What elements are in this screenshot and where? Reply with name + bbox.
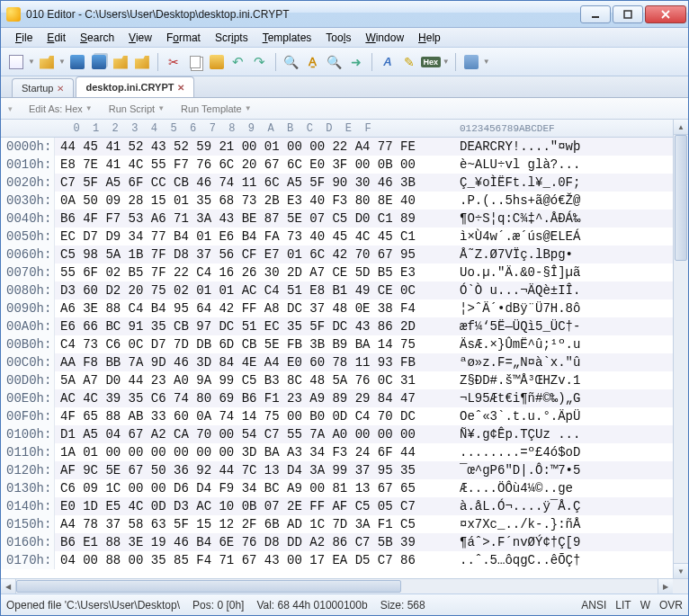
hex-ascii[interactable]: ¯œ^gP6"D|.Ô:™7•5 [456, 461, 673, 479]
scroll-left-arrow-icon[interactable]: ◀ [1, 579, 16, 594]
hex-row[interactable]: 0040h:B6 4F F7 53 A6 71 3A 43 BE 87 5E 0… [1, 210, 673, 228]
font-button[interactable]: A [378, 52, 398, 72]
hex-row[interactable]: 0170h:04 00 88 00 35 85 F4 71 67 43 00 1… [1, 551, 673, 569]
menu-format[interactable]: Format [159, 30, 208, 46]
hex-ascii[interactable]: à.åL.Ó¬....ÿ¯Å.Ç [456, 497, 673, 515]
hex-row[interactable]: 0120h:AF 9C 5E 67 50 36 92 44 7C 13 D4 3… [1, 461, 673, 479]
status-write[interactable]: W [640, 599, 650, 612]
paste-button[interactable] [207, 52, 227, 72]
hex-bytes[interactable]: AF 9C 5E 67 50 36 92 44 7C 13 D4 3A 99 3… [55, 461, 456, 479]
new-file-button[interactable] [6, 52, 26, 72]
copy-button[interactable] [185, 52, 205, 72]
hex-bytes[interactable]: E8 7E 41 4C 55 F7 76 6C 20 67 6C E0 3F 0… [55, 156, 456, 174]
hex-bytes[interactable]: A6 3E 88 C4 B4 95 64 42 FF A8 DC 37 48 0… [55, 299, 456, 317]
hex-ascii[interactable]: ..ˆ.5…ôqgC..êÕÇ† [456, 551, 673, 569]
hex-row[interactable]: 0050h:EC D7 D9 34 77 B4 01 E6 B4 FA 73 4… [1, 228, 673, 246]
hex-row[interactable]: 0130h:C6 09 1C 00 00 D6 D4 F9 34 BC A9 0… [1, 479, 673, 497]
hex-row[interactable]: 0160h:B6 E1 88 3E 19 46 B4 6E 76 D8 DD A… [1, 533, 673, 551]
menu-scripts[interactable]: Scripts [208, 30, 255, 46]
hex-bytes[interactable]: C7 5F A5 6F CC CB 46 74 11 6C A5 5F 90 3… [55, 174, 456, 192]
scroll-track[interactable] [674, 135, 688, 563]
hex-bytes[interactable]: D3 60 D2 20 75 02 01 01 AC C4 51 E8 B1 4… [55, 281, 456, 299]
hex-row[interactable]: 00B0h:C4 73 C6 0C D7 7D DB 6D CB 5E FB 3… [1, 335, 673, 353]
hex-row[interactable]: 0100h:D1 A5 04 67 A2 CA 70 00 54 C7 55 7… [1, 425, 673, 443]
hex-ascii[interactable]: ÄsÆ.×}ÛmË^û;¹º.u [456, 335, 673, 353]
hex-ascii[interactable]: ¬L95Æt€i¶ñ#©‰)„G [456, 389, 673, 407]
hex-bytes[interactable]: C6 09 1C 00 00 D6 D4 F9 34 BC A9 00 81 1… [55, 479, 456, 497]
hex-row[interactable]: 0020h:C7 5F A5 6F CC CB 46 74 11 6C A5 5… [1, 174, 673, 192]
hex-bytes[interactable]: C4 73 C6 0C D7 7D DB 6D CB 5E FB 3B B9 B… [55, 335, 456, 353]
edit-as-dropdown[interactable]: Edit As: Hex ▼ [29, 103, 93, 114]
maximize-button[interactable] [613, 5, 643, 23]
hex-row[interactable]: 0140h:E0 1D E5 4C 0D D3 AC 10 0B 07 2E F… [1, 497, 673, 515]
menu-help[interactable]: Help [411, 30, 448, 46]
hex-bytes[interactable]: 5A A7 D0 44 23 A0 9A 99 C5 B3 8C 48 5A 7… [55, 371, 456, 389]
menu-search[interactable]: Search [73, 30, 121, 46]
minimize-button[interactable] [580, 5, 611, 23]
calculator-button[interactable] [461, 52, 481, 72]
open-folder-button[interactable] [111, 52, 130, 72]
scroll-up-arrow-icon[interactable]: ▲ [674, 120, 688, 135]
hex-row[interactable]: 0080h:D3 60 D2 20 75 02 01 01 AC C4 51 E… [1, 281, 673, 299]
hex-row[interactable]: 00D0h:5A A7 D0 44 23 A0 9A 99 C5 B3 8C 4… [1, 371, 673, 389]
status-encoding[interactable]: ANSI [581, 599, 606, 612]
hex-ascii[interactable]: è~ALU÷vl glà?... [456, 156, 673, 174]
undo-button[interactable]: ↶ [228, 52, 248, 72]
run-script-dropdown[interactable]: Run Script ▼ [109, 103, 165, 114]
hex-row[interactable]: 0000h:44 45 41 52 43 52 59 21 00 01 00 0… [1, 138, 673, 156]
scroll-down-arrow-icon[interactable]: ▼ [674, 563, 688, 578]
hex-ascii[interactable]: ¶áˆ>.F´nvØÝ¢†Ç[9 [456, 533, 673, 551]
hex-mode-button[interactable]: Hex [421, 52, 441, 72]
scroll-thumb[interactable] [675, 135, 687, 261]
scroll-thumb[interactable] [16, 580, 401, 593]
menu-view[interactable]: View [121, 30, 159, 46]
open-recent-button[interactable] [132, 52, 152, 72]
hex-row[interactable]: 0150h:A4 78 37 58 63 5F 15 12 2F 6B AD 1… [1, 515, 673, 533]
dropdown-chevron-icon[interactable]: ▼ [483, 58, 490, 66]
hex-ascii[interactable]: Z§ÐD#.š™Å³ŒHZv.1 [456, 371, 673, 389]
hex-bytes[interactable]: 55 6F 02 B5 7F 22 C4 16 26 30 2D A7 CE 5… [55, 263, 456, 281]
hex-bytes[interactable]: B6 E1 88 3E 19 46 B4 6E 76 D8 DD A2 86 C… [55, 533, 456, 551]
hex-row[interactable]: 00A0h:E6 66 BC 91 35 CB 97 DC 51 EC 35 5… [1, 317, 673, 335]
vertical-scrollbar[interactable]: ▲ ▼ [673, 120, 688, 578]
menu-tools[interactable]: Tools [318, 30, 358, 46]
save-button[interactable] [67, 52, 87, 72]
hex-ascii[interactable]: Ó`Ò u...¬ÄQè±IÎ. [456, 281, 673, 299]
open-file-button[interactable] [37, 52, 57, 72]
tab-startup[interactable]: Startup ✕ [12, 78, 74, 97]
run-template-dropdown[interactable]: Run Template ▼ [181, 103, 252, 114]
hex-bytes[interactable]: 0A 50 09 28 15 01 35 68 73 2B E3 40 F3 8… [55, 192, 456, 210]
hex-ascii[interactable]: ¦>ˆÄ´•dBÿ¨Ü7H.8ô [456, 299, 673, 317]
status-endian[interactable]: LIT [615, 599, 631, 612]
hex-bytes[interactable]: E6 66 BC 91 35 CB 97 DC 51 EC 35 5F DC 4… [55, 317, 456, 335]
hex-ascii[interactable]: ........=º£4ó$oD [456, 443, 673, 461]
hex-row[interactable]: 0010h:E8 7E 41 4C 55 F7 76 6C 20 67 6C E… [1, 156, 673, 174]
hex-bytes[interactable]: 1A 01 00 00 00 00 00 00 3D BA A3 34 F3 2… [55, 443, 456, 461]
close-button[interactable] [645, 5, 686, 23]
hex-row[interactable]: 00C0h:AA F8 BB 7A 9D 46 3D 84 4E A4 E0 6… [1, 353, 673, 371]
hex-ascii[interactable]: Uo.µ."Ä.&0-§Î]µã [456, 263, 673, 281]
tab-file[interactable]: desktop.ini.CRYPT ✕ [76, 76, 194, 97]
hex-ascii[interactable]: æf¼‘5Ë—ÜQì5_ÜC†- [456, 317, 673, 335]
hex-ascii[interactable]: .P.(..5hs+ã@ó€Ž@ [456, 192, 673, 210]
dropdown-chevron-icon[interactable]: ▼ [28, 58, 35, 66]
hex-rows[interactable]: 0000h:44 45 41 52 43 52 59 21 00 01 00 0… [1, 138, 673, 569]
hex-row[interactable]: 0090h:A6 3E 88 C4 B4 95 64 42 FF A8 DC 3… [1, 299, 673, 317]
hex-bytes[interactable]: AA F8 BB 7A 9D 46 3D 84 4E A4 E0 60 78 1… [55, 353, 456, 371]
hex-bytes[interactable]: A4 78 37 58 63 5F 15 12 2F 6B AD 1C 7D 3… [55, 515, 456, 533]
hex-row[interactable]: 0060h:C5 98 5A 1B 7F D8 37 56 CF E7 01 6… [1, 246, 673, 263]
find-text-button[interactable]: A̱ [303, 52, 323, 72]
hex-bytes[interactable]: EC D7 D9 34 77 B4 01 E6 B4 FA 73 40 45 4… [55, 228, 456, 246]
hex-ascii[interactable]: ì×Ù4w´.æ´ús@ELEÁ [456, 228, 673, 246]
hex-row[interactable]: 00E0h:AC 4C 39 35 C6 74 80 69 B6 F1 23 A… [1, 389, 673, 407]
tab-close-icon[interactable]: ✕ [177, 83, 184, 93]
hex-bytes[interactable]: E0 1D E5 4C 0D D3 AC 10 0B 07 2E FF AF C… [55, 497, 456, 515]
hex-row[interactable]: 0110h:1A 01 00 00 00 00 00 00 3D BA A3 3… [1, 443, 673, 461]
scroll-track[interactable] [16, 579, 658, 594]
status-ovr[interactable]: OVR [659, 599, 683, 612]
goto-button[interactable]: ➜ [346, 52, 366, 72]
hex-row[interactable]: 00F0h:4F 65 88 AB 33 60 0A 74 14 75 00 B… [1, 407, 673, 425]
title-bar[interactable]: 010 Editor - C:\Users\User\Desktop\deskt… [1, 1, 688, 28]
hex-ascii[interactable]: Å˜Z.Ø7VÏç.lBpg• [456, 246, 673, 263]
save-all-button[interactable] [89, 52, 109, 72]
